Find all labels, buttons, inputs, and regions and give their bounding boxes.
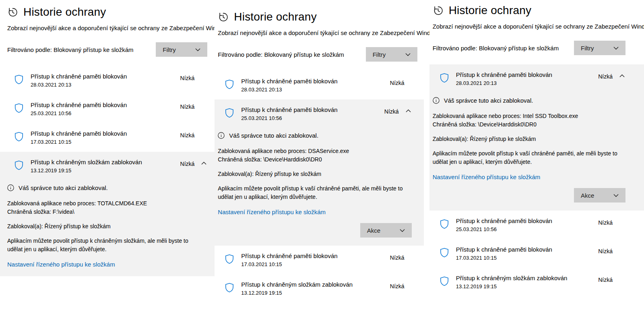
item-main: Přístup k chráněné paměti blokován 25.03… [456,217,552,232]
filters-button[interactable]: Filtry [574,41,625,55]
history-list-item[interactable]: Přístup k chráněné paměti blokován 25.03… [215,99,423,128]
panel-header: Historie ochrany Zobrazí nejnovější akce… [215,10,429,62]
chevron-slot [613,217,625,220]
protected-folder-line: Chráněná složka: \Device\Harddisk0\DR0 [218,155,402,164]
filter-row: Filtrováno podle: Blokovaný přístup ke s… [218,47,417,62]
item-detail: Váš správce tuto akci zablokoval. Zablok… [429,93,644,181]
item-date: 28.03.2021 20:13 [241,87,337,93]
blocked-by-line: Zablokoval(a): Řízený přístup ke složkám [218,170,402,178]
item-title: Přístup k chráněným složkám zablokován [31,159,142,165]
chevron-up-icon [406,109,411,113]
chevron-down-icon [613,46,619,50]
item-title: Přístup k chráněné paměti blokován [31,130,127,137]
shield-icon [439,219,450,229]
item-main: Přístup k chráněným složkám zablokován 1… [31,159,142,174]
info-icon [218,132,225,139]
item-date: 28.03.2021 20:13 [31,82,127,88]
action-row: Akce [215,223,423,238]
item-main: Přístup k chráněným složkám zablokován 1… [456,275,568,289]
history-list-item[interactable]: Přístup k chráněným složkám zablokován 1… [429,268,644,296]
shield-icon [224,254,235,264]
item-date: 17.03.2021 10:15 [456,255,552,261]
blocked-by-line: Zablokoval(a): Řízený přístup ke složkám [7,222,194,231]
severity-label: Nízká [598,217,613,226]
filter-status-label: Filtrováno podle: Blokovaný přístup ke s… [218,51,344,58]
item-title: Přístup k chráněné paměti blokován [456,246,552,253]
history-icon [218,12,229,23]
chevron-slot [613,246,625,249]
chevron-down-icon [405,53,411,56]
item-title: Přístup k chráněným složkám zablokován [241,281,353,288]
blocked-by-line: Zablokoval(a): Řízený přístup ke složkám [433,135,623,143]
shield-icon [224,282,235,293]
chevron-down-icon [613,194,619,197]
page-title: Historie ochrany [449,4,532,17]
history-list-item[interactable]: Přístup k chráněné paměti blokován 17.03… [429,239,644,268]
shield-icon [224,107,235,118]
severity-label: Nízká [180,159,195,167]
protection-history-app: Historie ochrany Zobrazí nejnovější akce… [0,0,644,310]
history-list-item-expanded: Přístup k chráněným složkám zablokován 1… [0,152,215,276]
shield-icon [14,160,24,170]
filters-button-label: Filtry [581,45,594,52]
severity-label: Nízká [390,252,405,261]
admin-note-text: Váš správce tuto akci zablokoval. [19,184,108,191]
filters-button[interactable]: Filtry [156,42,207,57]
page-subtitle: Zobrazí nejnovější akce a doporučení týk… [7,24,215,32]
history-list-item[interactable]: Přístup k chráněným složkám zablokován 1… [215,274,429,303]
info-icon [433,97,440,104]
protected-folder-line: Chráněná složka: \Device\Harddisk0\DR0 [433,120,623,129]
shield-icon [439,72,450,83]
severity-label: Nízká [598,246,613,254]
shield-icon [439,276,450,286]
filters-button[interactable]: Filtry [366,47,417,62]
title-row: Historie ochrany [7,6,207,19]
item-date: 13.12.2019 19:15 [456,283,568,289]
history-list-item[interactable]: Přístup k chráněné paměti blokován 17.03… [0,123,215,152]
item-date: 25.03.2021 10:56 [31,110,127,116]
panel-header: Historie ochrany Zobrazí nejnovější akce… [429,4,644,55]
admin-note: Váš správce tuto akci zablokoval. [218,132,402,139]
item-main: Přístup k chráněné paměti blokován 28.03… [31,73,127,88]
protected-folder-line: Chráněná složka: F:\videa\ [7,208,194,216]
severity-label: Nízká [180,73,195,81]
item-main: Přístup k chráněné paměti blokován 25.03… [31,101,127,116]
panel-header: Historie ochrany Zobrazí nejnovější akce… [0,6,215,57]
detail-description: Aplikacím můžete povolit přístup k vaší … [433,149,622,166]
item-main: Přístup k chráněným složkám zablokován 1… [241,281,353,296]
item-title: Přístup k chráněné paměti blokován [31,101,127,108]
severity-label: Nízká [390,281,405,289]
title-row: Historie ochrany [218,10,417,23]
blocked-app-line: Zablokovaná aplikace nebo proces: Intel … [433,112,623,120]
history-list-item[interactable]: Přístup k chráněné paměti blokován 28.03… [215,71,429,99]
item-title: Přístup k chráněné paměti blokován [31,73,127,80]
history-list-item[interactable]: Přístup k chráněné paměti blokován 28.03… [0,66,215,95]
folder-access-settings-link[interactable]: Nastavení řízeného přístupu ke složkám [7,261,115,268]
history-list-item[interactable]: Přístup k chráněné paměti blokován 17.03… [215,246,429,274]
severity-label: Nízká [598,71,613,80]
chevron-slot [613,275,625,277]
item-main: Přístup k chráněné paměti blokován 17.03… [241,252,337,267]
severity-label: Nízká [598,275,613,283]
protection-history-panel: Historie ochrany Zobrazí nejnovější akce… [0,0,215,310]
actions-button[interactable]: Akce [574,188,625,203]
history-list: Přístup k chráněné paměti blokován 28.03… [429,64,644,296]
folder-access-settings-link[interactable]: Nastavení řízeného přístupu ke složkám [218,209,326,215]
protection-history-panel: Historie ochrany Zobrazí nejnovější akce… [215,0,429,310]
shield-icon [14,131,24,142]
filter-row: Filtrováno podle: Blokovaný přístup ke s… [7,42,207,57]
actions-button[interactable]: Akce [360,223,412,238]
item-main: Přístup k chráněné paměti blokován 28.03… [456,71,552,86]
severity-label: Nízká [384,106,399,115]
history-list-item[interactable]: Přístup k chráněné paměti blokován 25.03… [429,211,644,239]
history-list-item[interactable]: Přístup k chráněné paměti blokován 25.03… [0,95,215,123]
chevron-down-icon [195,48,200,52]
history-list-item[interactable]: Přístup k chráněné paměti blokován 28.03… [429,64,644,93]
history-list-item[interactable]: Přístup k chráněným složkám zablokován 1… [0,152,215,180]
history-icon [7,7,18,18]
folder-access-settings-link[interactable]: Nastavení řízeného přístupu ke složkám [433,174,541,180]
blocked-app-line: Zablokovaná aplikace nebo proces: DSASer… [218,147,402,155]
page-title: Historie ochrany [23,6,106,19]
item-date: 13.12.2019 19:15 [241,290,353,296]
item-date: 28.03.2021 20:13 [456,80,552,86]
